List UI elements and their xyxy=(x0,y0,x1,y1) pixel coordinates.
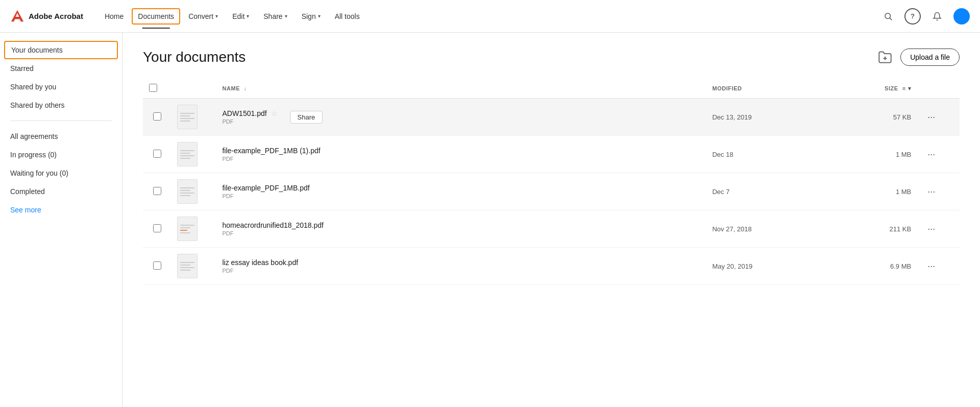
sign-chevron-icon: ▾ xyxy=(318,13,321,19)
row2-checkbox[interactable] xyxy=(153,150,161,158)
nav-item-sign[interactable]: Sign ▾ xyxy=(296,8,327,25)
row2-modified-cell: Dec 18 xyxy=(706,136,832,173)
user-avatar[interactable] xyxy=(953,8,970,25)
row3-name-cell: file-example_PDF_1MB.pdf PDF xyxy=(216,173,706,210)
row5-checkbox-cell xyxy=(143,248,171,285)
sidebar-item-waiting-for-you[interactable]: Waiting for you (0) xyxy=(0,164,122,182)
row1-name-cell: ADW1501.pdf ☆ PDF Share xyxy=(216,99,706,136)
create-folder-button[interactable] xyxy=(876,48,894,66)
row2-more-cell: ··· xyxy=(917,136,960,173)
view-toggle-button[interactable]: ≡ ▾ xyxy=(902,85,912,92)
page-title: Your documents xyxy=(143,49,246,65)
app-name: Adobe Acrobat xyxy=(29,12,83,20)
notifications-button[interactable] xyxy=(929,8,945,25)
row1-star-icon[interactable]: ☆ xyxy=(271,109,278,117)
row1-modified-cell: Dec 13, 2019 xyxy=(706,99,832,136)
file-table: NAME ↓ MODIFIED SIZE ≡ ▾ xyxy=(143,79,960,285)
row2-name-cell: file-example_PDF_1MB (1).pdf PDF xyxy=(216,136,706,173)
row4-checkbox[interactable] xyxy=(153,224,161,232)
row2-checkbox-cell xyxy=(143,136,171,173)
sidebar-item-all-agreements[interactable]: All agreements xyxy=(0,127,122,146)
convert-chevron-icon: ▾ xyxy=(215,13,218,19)
row3-thumbnail xyxy=(177,179,198,204)
row4-more-button[interactable]: ··· xyxy=(923,222,939,236)
select-all-header xyxy=(143,79,171,99)
header-actions: Upload a file xyxy=(876,48,960,66)
upload-file-button[interactable]: Upload a file xyxy=(900,49,960,66)
nav-item-share[interactable]: Share ▾ xyxy=(257,8,293,25)
name-sort-icon: ↓ xyxy=(244,86,247,91)
sidebar-item-starred[interactable]: Starred xyxy=(0,59,122,78)
row4-modified-cell: Nov 27, 2018 xyxy=(706,210,832,248)
row5-thumbnail xyxy=(177,254,198,278)
row1-checkbox[interactable] xyxy=(153,112,161,121)
row4-filename[interactable]: homeacrordrunified18_2018.pdf xyxy=(222,221,323,229)
row3-file-type: PDF xyxy=(222,193,700,199)
nav-item-convert[interactable]: Convert ▾ xyxy=(182,8,224,25)
name-column-header[interactable]: NAME ↓ xyxy=(216,79,706,99)
row5-more-cell: ··· xyxy=(917,248,960,285)
table-header: NAME ↓ MODIFIED SIZE ≡ ▾ xyxy=(143,79,960,99)
row1-filename[interactable]: ADW1501.pdf xyxy=(222,109,266,117)
select-all-checkbox[interactable] xyxy=(149,84,157,92)
help-button[interactable]: ? xyxy=(904,8,921,25)
search-icon xyxy=(884,12,893,21)
logo-area[interactable]: Adobe Acrobat xyxy=(10,9,83,23)
row2-more-button[interactable]: ··· xyxy=(923,147,939,162)
row5-checkbox[interactable] xyxy=(153,261,161,270)
modified-column-header: MODIFIED xyxy=(706,79,832,99)
row4-more-cell: ··· xyxy=(917,210,960,248)
row1-share-button[interactable]: Share xyxy=(290,111,323,124)
table-row: file-example_PDF_1MB.pdf PDF Dec 7 1 MB … xyxy=(143,173,960,210)
sidebar-agreements-section: All agreements In progress (0) Waiting f… xyxy=(0,127,122,219)
svg-line-1 xyxy=(890,18,892,20)
size-column-header: SIZE ≡ ▾ xyxy=(833,79,918,99)
nav-item-edit[interactable]: Edit ▾ xyxy=(226,8,255,25)
page-header: Your documents Upload a file xyxy=(143,48,960,66)
share-chevron-icon: ▾ xyxy=(285,13,287,19)
table-row: file-example_PDF_1MB (1).pdf PDF Dec 18 … xyxy=(143,136,960,173)
row3-more-button[interactable]: ··· xyxy=(923,184,939,199)
actions-column-header xyxy=(917,79,960,99)
row1-checkbox-cell xyxy=(143,99,171,136)
page-layout: Your documents Starred Shared by you Sha… xyxy=(0,33,980,407)
row1-thumbnail xyxy=(177,105,198,129)
row2-size-cell: 1 MB xyxy=(833,136,918,173)
folder-add-icon xyxy=(878,50,892,64)
edit-chevron-icon: ▾ xyxy=(247,13,249,19)
sidebar-item-your-documents[interactable]: Your documents xyxy=(4,41,118,59)
row5-thumbnail-cell xyxy=(171,248,216,285)
table-body: ADW1501.pdf ☆ PDF Share Dec 13, 2019 57 … xyxy=(143,99,960,285)
row1-more-button[interactable]: ··· xyxy=(923,110,939,125)
row5-name-cell: liz essay ideas book.pdf PDF xyxy=(216,248,706,285)
row3-filename[interactable]: file-example_PDF_1MB.pdf xyxy=(222,184,309,192)
table-row: liz essay ideas book.pdf PDF May 20, 201… xyxy=(143,248,960,285)
row1-more-cell: ··· xyxy=(917,99,960,136)
sidebar-item-in-progress[interactable]: In progress (0) xyxy=(0,146,122,164)
row3-size-cell: 1 MB xyxy=(833,173,918,210)
row4-size-cell: 211 KB xyxy=(833,210,918,248)
row4-checkbox-cell xyxy=(143,210,171,248)
nav-item-documents[interactable]: Documents xyxy=(132,8,180,25)
search-button[interactable] xyxy=(880,8,896,25)
table-row: ADW1501.pdf ☆ PDF Share Dec 13, 2019 57 … xyxy=(143,99,960,136)
top-navigation: Adobe Acrobat Home Documents Convert ▾ E… xyxy=(0,0,980,33)
row5-more-button[interactable]: ··· xyxy=(923,259,939,274)
row5-filename[interactable]: liz essay ideas book.pdf xyxy=(222,258,298,267)
sidebar-item-see-more[interactable]: See more xyxy=(0,201,122,219)
row2-filename[interactable]: file-example_PDF_1MB (1).pdf xyxy=(222,147,320,155)
nav-item-home[interactable]: Home xyxy=(99,8,130,25)
nav-item-all-tools[interactable]: All tools xyxy=(329,8,366,25)
nav-items: Home Documents Convert ▾ Edit ▾ Share ▾ … xyxy=(99,8,880,25)
svg-point-0 xyxy=(885,13,891,19)
row3-checkbox[interactable] xyxy=(153,187,161,195)
row4-thumbnail xyxy=(177,217,198,241)
sidebar-item-completed[interactable]: Completed xyxy=(0,182,122,201)
row2-file-type: PDF xyxy=(222,156,700,162)
row4-name-cell: homeacrordrunified18_2018.pdf PDF xyxy=(216,210,706,248)
row5-modified-cell: May 20, 2019 xyxy=(706,248,832,285)
adobe-logo-icon xyxy=(10,9,24,23)
sidebar-item-shared-by-you[interactable]: Shared by you xyxy=(0,78,122,96)
sidebar-item-shared-by-others[interactable]: Shared by others xyxy=(0,96,122,114)
list-view-icon: ≡ xyxy=(902,85,906,91)
